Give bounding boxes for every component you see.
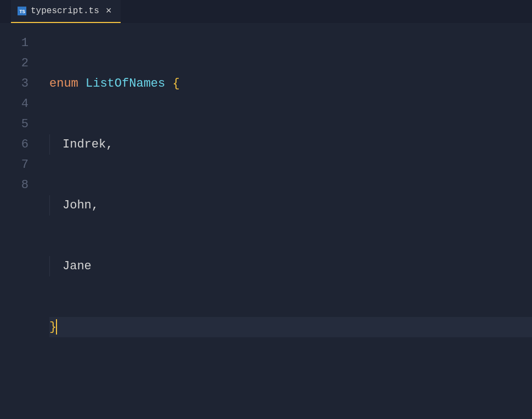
editor-cursor <box>56 319 57 335</box>
tab-filename: typescript.ts <box>31 6 99 16</box>
code-line <box>49 378 532 398</box>
code-line: } <box>49 317 532 337</box>
tab-bar: TS typescript.ts × <box>0 0 532 23</box>
close-icon[interactable]: × <box>104 5 114 16</box>
editor-tab[interactable]: TS typescript.ts × <box>11 0 121 23</box>
code-editor[interactable]: 1 2 3 4 5 6 7 8 enum ListOfNames { Indre… <box>0 23 532 419</box>
code-line: Jane <box>49 256 532 276</box>
code-content[interactable]: enum ListOfNames { Indrek, John, Jane } … <box>49 33 532 419</box>
line-number: 3 <box>0 73 29 94</box>
line-number-gutter: 1 2 3 4 5 6 7 8 <box>0 33 49 419</box>
line-number: 5 <box>0 114 29 134</box>
code-line: Indrek, <box>49 134 532 155</box>
line-number: 4 <box>0 94 29 114</box>
line-number: 8 <box>0 175 29 195</box>
line-number: 6 <box>0 134 29 155</box>
line-number: 1 <box>0 33 29 53</box>
code-line: enum ListOfNames { <box>49 73 532 94</box>
line-number: 7 <box>0 155 29 175</box>
code-line: John, <box>49 195 532 216</box>
line-number: 2 <box>0 53 29 73</box>
typescript-icon: TS <box>18 7 26 15</box>
